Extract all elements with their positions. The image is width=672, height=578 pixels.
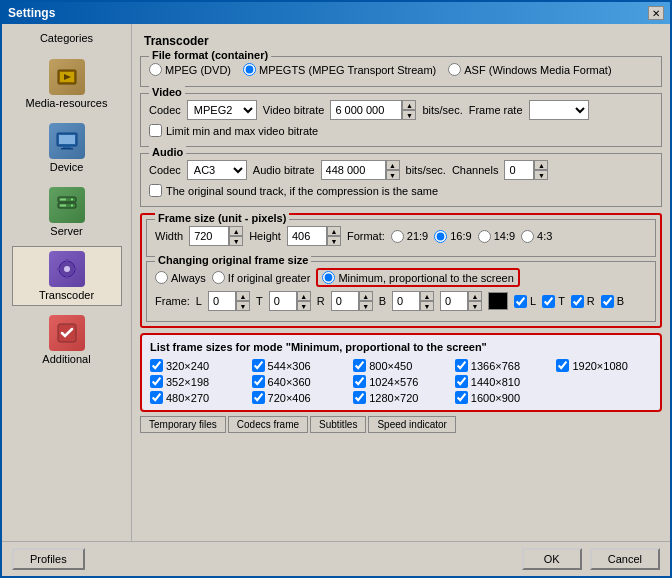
title-bar: Settings ✕ [2,2,670,24]
ok-button[interactable]: OK [522,548,582,570]
frame-sizes-title: List frame sizes for mode "Minimum, prop… [150,341,652,353]
width-down[interactable]: ▼ [229,236,243,246]
audio-codec-select[interactable]: AC3 [187,160,247,180]
size-720x406[interactable]: 720×406 [252,391,348,404]
main-content: Categories Media-resources Device Server [2,24,670,541]
frame-sizes-grid: 320×240 544×306 800×450 1366×768 1920×10… [150,359,652,404]
tab-codecs-frame[interactable]: Codecs frame [228,416,308,433]
sidebar-item-media-resources[interactable]: Media-resources [12,54,122,114]
check-b[interactable]: B [601,295,624,308]
frame-t-field[interactable] [269,291,297,311]
sidebar-item-additional-label: Additional [42,353,90,365]
svg-rect-6 [61,148,73,150]
frame-padding-label: Frame: [155,295,190,307]
channels-field[interactable] [504,160,534,180]
video-bitrate-field[interactable] [330,100,402,120]
check-t[interactable]: T [542,295,565,308]
svg-rect-17 [57,268,61,270]
audio-bitrate-down[interactable]: ▼ [386,170,400,180]
size-1920x1080[interactable]: 1920×1080 [556,359,652,372]
size-1440x810[interactable]: 1440×810 [455,375,551,388]
frame-sizes-section: List frame sizes for mode "Minimum, prop… [140,333,662,412]
size-480x270[interactable]: 480×270 [150,391,246,404]
changing-frame-radios: Always If original greater Minimum, prop… [155,268,647,287]
changing-frame-group: Changing original frame size Always If o… [146,261,656,322]
framerate-label: Frame rate [469,104,523,116]
if-original-option[interactable]: If original greater [212,271,311,284]
sidebar-item-device[interactable]: Device [12,118,122,178]
frame-color-value[interactable] [440,291,468,311]
tab-speed-indicator[interactable]: Speed indicator [368,416,456,433]
mpegts-option[interactable]: MPEGTS (MPEG Transport Stream) [243,63,436,76]
window-title: Settings [8,6,55,20]
sidebar-item-device-label: Device [50,161,84,173]
sidebar-item-transcoder[interactable]: Transcoder [12,246,122,306]
close-button[interactable]: ✕ [648,6,664,20]
categories-label: Categories [40,32,93,44]
mpeg-dvd-option[interactable]: MPEG (DVD) [149,63,231,76]
media-resources-icon [49,59,85,95]
ratio-21-9[interactable]: 21:9 [391,230,428,243]
svg-rect-9 [60,199,66,201]
frame-b-field[interactable] [392,291,420,311]
device-icon [49,123,85,159]
audio-bitrate-unit: bits/sec. [406,164,446,176]
frame-r-field[interactable] [331,291,359,311]
frame-padding-row: Frame: L ▲ ▼ T [155,291,647,311]
video-group: Video Codec MPEG2 Video bitrate ▲ ▼ bi [140,93,662,147]
color-picker-box[interactable] [488,292,508,310]
asf-option[interactable]: ASF (Windows Media Format) [448,63,611,76]
height-label: Height [249,230,281,242]
check-l[interactable]: L [514,295,536,308]
width-input: ▲ ▼ [189,226,243,246]
height-down[interactable]: ▼ [327,236,341,246]
frame-l-down[interactable]: ▼ [236,301,250,311]
size-352x198[interactable]: 352×198 [150,375,246,388]
tab-subtitles[interactable]: Subtitles [310,416,366,433]
audio-bitrate-up[interactable]: ▲ [386,160,400,170]
ratio-14-9[interactable]: 14:9 [478,230,515,243]
size-empty-1 [556,375,652,388]
size-1600x900[interactable]: 1600×900 [455,391,551,404]
check-r[interactable]: R [571,295,595,308]
channels-down[interactable]: ▼ [534,170,548,180]
frame-l-up[interactable]: ▲ [236,291,250,301]
frame-size-group: Frame size (unit - pixels) Width ▲ ▼ Hei… [146,219,656,257]
minimum-proportional-option[interactable]: Minimum, proportional to the screen [322,271,513,284]
height-up[interactable]: ▲ [327,226,341,236]
size-640x360[interactable]: 640×360 [252,375,348,388]
always-option[interactable]: Always [155,271,206,284]
profiles-button[interactable]: Profiles [12,548,85,570]
sidebar-item-additional[interactable]: Additional [12,310,122,370]
size-800x450[interactable]: 800×450 [353,359,449,372]
server-icon [49,187,85,223]
size-1366x768[interactable]: 1366×768 [455,359,551,372]
tab-temporary-files[interactable]: Temporary files [140,416,226,433]
sidebar-item-server[interactable]: Server [12,182,122,242]
size-320x240[interactable]: 320×240 [150,359,246,372]
width-field[interactable] [189,226,229,246]
audio-codec-label: Codec [149,164,181,176]
video-bitrate-up[interactable]: ▲ [402,100,416,110]
height-field[interactable] [287,226,327,246]
ratio-16-9[interactable]: 16:9 [434,230,471,243]
svg-point-11 [71,199,73,201]
audio-bitrate-field[interactable] [321,160,386,180]
video-bitrate-down[interactable]: ▼ [402,110,416,120]
size-544x306[interactable]: 544×306 [252,359,348,372]
frame-l-field[interactable] [208,291,236,311]
limit-bitrate-row: Limit min and max video bitrate [149,124,653,137]
original-sound-checkbox[interactable] [149,184,162,197]
height-input: ▲ ▼ [287,226,341,246]
section-title: Transcoder [140,32,662,50]
limit-bitrate-checkbox[interactable] [149,124,162,137]
sidebar-item-server-label: Server [50,225,82,237]
width-up[interactable]: ▲ [229,226,243,236]
framerate-select[interactable] [529,100,589,120]
size-1024x576[interactable]: 1024×576 [353,375,449,388]
ratio-4-3[interactable]: 4:3 [521,230,552,243]
video-codec-select[interactable]: MPEG2 [187,100,257,120]
channels-up[interactable]: ▲ [534,160,548,170]
size-1280x720[interactable]: 1280×720 [353,391,449,404]
cancel-button[interactable]: Cancel [590,548,660,570]
